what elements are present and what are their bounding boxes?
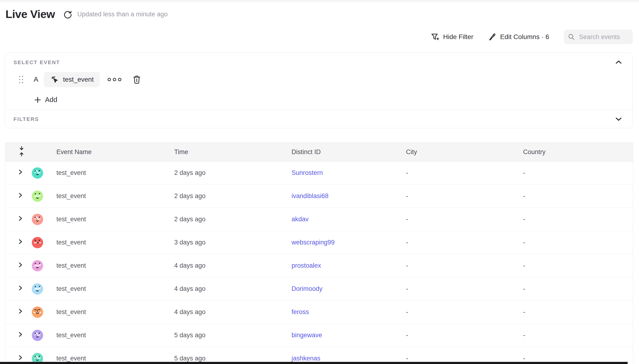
table-row[interactable]: test_event 3 days ago webscraping99 - - xyxy=(5,231,633,254)
event-series-letter: A xyxy=(34,76,38,83)
table-row[interactable]: test_event 4 days ago Dorimoody - - xyxy=(5,278,633,300)
refresh-button[interactable] xyxy=(63,10,72,19)
chevron-down-icon xyxy=(614,116,623,122)
chevron-right-icon xyxy=(17,215,24,222)
expand-row-button[interactable] xyxy=(17,308,24,314)
hide-filter-button[interactable]: Hide Filter xyxy=(431,32,473,42)
distinct-id-link[interactable]: webscraping99 xyxy=(292,239,335,246)
table-row[interactable]: test_event 2 days ago Sunrostern - - xyxy=(5,162,633,184)
event-options-button[interactable] xyxy=(108,76,122,83)
event-name-cell: test_event xyxy=(56,285,174,292)
city-cell: - xyxy=(406,169,523,176)
avatar xyxy=(32,330,43,341)
distinct-id-link[interactable]: Sunrostern xyxy=(292,169,323,176)
page-title: Live View xyxy=(6,8,55,20)
distinct-id-link[interactable]: prostoalex xyxy=(292,262,321,269)
column-header-distinct-id: Distinct ID xyxy=(292,148,406,156)
event-query-row: A test_event xyxy=(5,72,632,87)
country-cell: - xyxy=(523,169,633,176)
events-table: Event Name Time Distinct ID City Country xyxy=(5,142,633,364)
avatar xyxy=(32,306,43,318)
distinct-id-link[interactable]: bingewave xyxy=(292,332,322,339)
toolbar: Hide Filter Edit Columns · 6 xyxy=(431,29,633,44)
table-header-row: Event Name Time Distinct ID City Country xyxy=(5,143,633,162)
event-name-cell: test_event xyxy=(56,355,174,362)
collapse-all-rows-button[interactable] xyxy=(17,146,26,157)
time-cell: 4 days ago xyxy=(174,262,292,269)
edit-columns-label: Edit Columns · 6 xyxy=(500,33,549,41)
event-name-cell: test_event xyxy=(56,216,174,223)
country-cell: - xyxy=(523,308,633,316)
country-cell: - xyxy=(523,262,633,269)
country-cell: - xyxy=(523,332,633,339)
column-header-city: City xyxy=(406,148,523,156)
chevron-right-icon xyxy=(17,238,24,245)
country-cell: - xyxy=(523,239,633,246)
delete-event-button[interactable] xyxy=(132,75,141,84)
select-event-section-label: SELECT EVENT xyxy=(14,60,60,66)
search-icon xyxy=(568,33,575,41)
avatar xyxy=(32,260,43,272)
country-cell: - xyxy=(523,355,633,362)
table-row[interactable]: test_event 4 days ago prostoalex - - xyxy=(5,254,633,278)
filters-section-label: FILTERS xyxy=(14,116,39,122)
chevron-right-icon xyxy=(17,308,24,314)
distinct-id-link[interactable]: Dorimoody xyxy=(292,285,323,292)
time-cell: 2 days ago xyxy=(174,192,292,200)
table-row[interactable]: test_event 5 days ago jashkenas - - xyxy=(5,347,633,364)
chevron-right-icon xyxy=(17,169,24,175)
cursor-click-icon xyxy=(50,75,60,84)
refresh-icon xyxy=(63,10,72,19)
expand-row-button[interactable] xyxy=(17,354,24,361)
chevron-up-icon xyxy=(614,60,623,65)
time-cell: 2 days ago xyxy=(174,169,292,176)
table-row[interactable]: test_event 2 days ago akdav - - xyxy=(5,208,633,231)
city-cell: - xyxy=(406,239,523,246)
event-name-cell: test_event xyxy=(56,262,174,269)
distinct-id-link[interactable]: akdav xyxy=(292,216,309,223)
expand-row-button[interactable] xyxy=(17,238,24,245)
time-cell: 3 days ago xyxy=(174,239,292,246)
expand-row-button[interactable] xyxy=(17,192,24,198)
live-view-page: Live View Updated less than a minute ago… xyxy=(0,0,639,364)
time-cell: 4 days ago xyxy=(174,285,292,292)
table-row[interactable]: test_event 4 days ago feross - - xyxy=(5,300,633,324)
plus-icon xyxy=(34,96,41,104)
expand-row-button[interactable] xyxy=(17,331,24,338)
collapse-rows-icon xyxy=(17,146,26,157)
add-event-button[interactable]: Add xyxy=(34,96,57,104)
country-cell: - xyxy=(523,216,633,223)
pencil-icon xyxy=(488,33,497,41)
expand-row-button[interactable] xyxy=(17,169,24,175)
table-body: test_event 2 days ago Sunrostern - - xyxy=(5,162,633,364)
avatar xyxy=(32,190,43,202)
event-name-cell: test_event xyxy=(56,192,174,200)
city-cell: - xyxy=(406,308,523,316)
edit-columns-button[interactable]: Edit Columns · 6 xyxy=(488,33,549,41)
event-name-cell: test_event xyxy=(56,239,174,246)
event-chip-label: test_event xyxy=(63,76,94,83)
trash-icon xyxy=(132,75,141,84)
chevron-right-icon xyxy=(17,262,24,268)
distinct-id-link[interactable]: feross xyxy=(292,308,309,316)
avatar xyxy=(32,214,43,225)
event-chip-button[interactable]: test_event xyxy=(44,72,100,87)
drag-handle-icon[interactable] xyxy=(19,75,24,84)
expand-filters-button[interactable] xyxy=(614,116,623,122)
search-events-input[interactable] xyxy=(579,33,629,41)
search-events-box xyxy=(564,30,633,44)
city-cell: - xyxy=(406,262,523,269)
column-header-time: Time xyxy=(174,148,292,156)
chevron-right-icon xyxy=(17,331,24,338)
distinct-id-link[interactable]: jashkenas xyxy=(292,355,320,362)
expand-row-button[interactable] xyxy=(17,285,24,291)
table-row[interactable]: test_event 5 days ago bingewave - - xyxy=(5,324,633,347)
more-options-icon xyxy=(108,78,111,81)
expand-row-button[interactable] xyxy=(17,262,24,268)
table-row[interactable]: test_event 2 days ago ivandiblasi68 - - xyxy=(5,184,633,208)
expand-row-button[interactable] xyxy=(17,215,24,222)
filter-plus-icon xyxy=(431,32,440,42)
collapse-select-event-button[interactable] xyxy=(614,60,623,65)
event-name-cell: test_event xyxy=(56,332,174,339)
distinct-id-link[interactable]: ivandiblasi68 xyxy=(292,192,328,200)
